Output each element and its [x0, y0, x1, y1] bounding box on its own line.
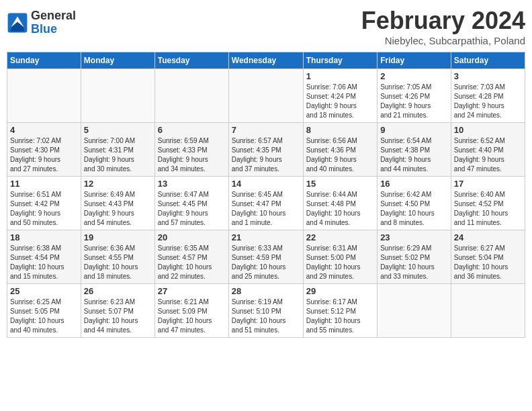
calendar-cell: 20Sunrise: 6:35 AMSunset: 4:57 PMDayligh…: [154, 230, 228, 284]
day-number: 5: [84, 125, 152, 135]
day-info: Sunrise: 6:19 AMSunset: 5:10 PMDaylight:…: [232, 298, 300, 335]
calendar-cell: 17Sunrise: 6:40 AMSunset: 4:52 PMDayligh…: [451, 177, 525, 230]
logo: General Blue: [7, 9, 76, 36]
day-number: 20: [158, 232, 226, 242]
logo-blue: Blue: [31, 23, 76, 36]
day-number: 13: [158, 179, 226, 189]
day-info: Sunrise: 7:00 AMSunset: 4:31 PMDaylight:…: [84, 136, 152, 174]
day-info: Sunrise: 6:25 AMSunset: 5:05 PMDaylight:…: [10, 298, 78, 335]
day-header-friday: Friday: [378, 52, 451, 69]
day-info: Sunrise: 6:31 AMSunset: 5:00 PMDaylight:…: [306, 244, 374, 281]
calendar-cell: 23Sunrise: 6:29 AMSunset: 5:02 PMDayligh…: [378, 230, 451, 284]
day-number: 9: [380, 125, 448, 135]
calendar-cell: 21Sunrise: 6:33 AMSunset: 4:59 PMDayligh…: [228, 230, 303, 284]
calendar-cell: 9Sunrise: 6:54 AMSunset: 4:38 PMDaylight…: [378, 123, 451, 177]
day-info: Sunrise: 6:52 AMSunset: 4:40 PMDaylight:…: [454, 136, 522, 174]
day-info: Sunrise: 6:45 AMSunset: 4:47 PMDaylight:…: [232, 190, 300, 228]
calendar-cell: 18Sunrise: 6:38 AMSunset: 4:54 PMDayligh…: [7, 230, 81, 284]
calendar-table: SundayMondayTuesdayWednesdayThursdayFrid…: [7, 52, 525, 338]
calendar-cell: 29Sunrise: 6:17 AMSunset: 5:12 PMDayligh…: [303, 284, 377, 338]
day-number: 21: [232, 232, 300, 242]
calendar-cell: 2Sunrise: 7:05 AMSunset: 4:26 PMDaylight…: [378, 69, 451, 123]
day-header-monday: Monday: [81, 52, 154, 69]
day-number: 2: [380, 71, 448, 81]
day-info: Sunrise: 6:54 AMSunset: 4:38 PMDaylight:…: [380, 136, 448, 174]
day-number: 25: [10, 286, 78, 296]
calendar-cell: 14Sunrise: 6:45 AMSunset: 4:47 PMDayligh…: [228, 177, 303, 230]
calendar-cell: 19Sunrise: 6:36 AMSunset: 4:55 PMDayligh…: [81, 230, 154, 284]
calendar-cell: 10Sunrise: 6:52 AMSunset: 4:40 PMDayligh…: [451, 123, 525, 177]
calendar-cell: 25Sunrise: 6:25 AMSunset: 5:05 PMDayligh…: [7, 284, 81, 338]
day-number: 1: [306, 71, 374, 81]
page-header: General Blue February 2024 Niebylec, Sub…: [7, 7, 525, 46]
day-info: Sunrise: 7:05 AMSunset: 4:26 PMDaylight:…: [380, 83, 448, 120]
day-info: Sunrise: 6:47 AMSunset: 4:45 PMDaylight:…: [158, 190, 226, 228]
calendar-cell: [154, 69, 228, 123]
day-info: Sunrise: 7:03 AMSunset: 4:28 PMDaylight:…: [454, 83, 522, 120]
calendar-cell: [7, 69, 81, 123]
logo-general: General: [31, 9, 76, 23]
day-info: Sunrise: 6:35 AMSunset: 4:57 PMDaylight:…: [158, 244, 226, 281]
day-number: 11: [10, 179, 78, 189]
calendar-cell: 6Sunrise: 6:59 AMSunset: 4:33 PMDaylight…: [154, 123, 228, 177]
day-number: 12: [84, 179, 152, 189]
day-header-wednesday: Wednesday: [228, 52, 303, 69]
day-number: 26: [84, 286, 152, 296]
calendar-cell: 4Sunrise: 7:02 AMSunset: 4:30 PMDaylight…: [7, 123, 81, 177]
day-info: Sunrise: 6:27 AMSunset: 5:04 PMDaylight:…: [454, 244, 522, 281]
week-row-2: 4Sunrise: 7:02 AMSunset: 4:30 PMDaylight…: [7, 123, 525, 177]
day-number: 8: [306, 125, 374, 135]
subtitle: Niebylec, Subcarpathia, Poland: [361, 35, 525, 46]
calendar-cell: [228, 69, 303, 123]
day-info: Sunrise: 6:21 AMSunset: 5:09 PMDaylight:…: [158, 298, 226, 335]
calendar-cell: 7Sunrise: 6:57 AMSunset: 4:35 PMDaylight…: [228, 123, 303, 177]
day-number: 3: [454, 71, 522, 81]
day-info: Sunrise: 6:17 AMSunset: 5:12 PMDaylight:…: [306, 298, 374, 335]
calendar-cell: 8Sunrise: 6:56 AMSunset: 4:36 PMDaylight…: [303, 123, 377, 177]
calendar-cell: 12Sunrise: 6:49 AMSunset: 4:43 PMDayligh…: [81, 177, 154, 230]
calendar-cell: [451, 284, 525, 338]
day-info: Sunrise: 6:49 AMSunset: 4:43 PMDaylight:…: [84, 190, 152, 228]
day-info: Sunrise: 6:23 AMSunset: 5:07 PMDaylight:…: [84, 298, 152, 335]
calendar-cell: 1Sunrise: 7:06 AMSunset: 4:24 PMDaylight…: [303, 69, 377, 123]
day-number: 16: [380, 179, 448, 189]
calendar-cell: 5Sunrise: 7:00 AMSunset: 4:31 PMDaylight…: [81, 123, 154, 177]
day-info: Sunrise: 6:51 AMSunset: 4:42 PMDaylight:…: [10, 190, 78, 228]
day-info: Sunrise: 7:02 AMSunset: 4:30 PMDaylight:…: [10, 136, 78, 174]
day-info: Sunrise: 7:06 AMSunset: 4:24 PMDaylight:…: [306, 83, 374, 120]
week-row-1: 1Sunrise: 7:06 AMSunset: 4:24 PMDaylight…: [7, 69, 525, 123]
month-title: February 2024: [361, 7, 525, 35]
calendar-cell: [81, 69, 154, 123]
days-header-row: SundayMondayTuesdayWednesdayThursdayFrid…: [7, 52, 525, 69]
calendar-cell: 15Sunrise: 6:44 AMSunset: 4:48 PMDayligh…: [303, 177, 377, 230]
calendar-cell: 3Sunrise: 7:03 AMSunset: 4:28 PMDaylight…: [451, 69, 525, 123]
calendar-cell: 13Sunrise: 6:47 AMSunset: 4:45 PMDayligh…: [154, 177, 228, 230]
day-number: 4: [10, 125, 78, 135]
day-number: 27: [158, 286, 226, 296]
week-row-5: 25Sunrise: 6:25 AMSunset: 5:05 PMDayligh…: [7, 284, 525, 338]
day-info: Sunrise: 6:40 AMSunset: 4:52 PMDaylight:…: [454, 190, 522, 228]
day-number: 29: [306, 286, 374, 296]
day-number: 24: [454, 232, 522, 242]
day-header-saturday: Saturday: [451, 52, 525, 69]
day-info: Sunrise: 6:36 AMSunset: 4:55 PMDaylight:…: [84, 244, 152, 281]
day-number: 6: [158, 125, 226, 135]
day-info: Sunrise: 6:33 AMSunset: 4:59 PMDaylight:…: [232, 244, 300, 281]
week-row-4: 18Sunrise: 6:38 AMSunset: 4:54 PMDayligh…: [7, 230, 525, 284]
day-number: 28: [232, 286, 300, 296]
day-info: Sunrise: 6:59 AMSunset: 4:33 PMDaylight:…: [158, 136, 226, 174]
day-number: 15: [306, 179, 374, 189]
day-info: Sunrise: 6:29 AMSunset: 5:02 PMDaylight:…: [380, 244, 448, 281]
day-info: Sunrise: 6:44 AMSunset: 4:48 PMDaylight:…: [306, 190, 374, 228]
calendar-cell: 26Sunrise: 6:23 AMSunset: 5:07 PMDayligh…: [81, 284, 154, 338]
title-block: February 2024 Niebylec, Subcarpathia, Po…: [361, 7, 525, 46]
day-header-tuesday: Tuesday: [154, 52, 228, 69]
calendar-cell: 22Sunrise: 6:31 AMSunset: 5:00 PMDayligh…: [303, 230, 377, 284]
logo-text: General Blue: [31, 9, 76, 36]
calendar-cell: 27Sunrise: 6:21 AMSunset: 5:09 PMDayligh…: [154, 284, 228, 338]
day-number: 22: [306, 232, 374, 242]
day-number: 14: [232, 179, 300, 189]
week-row-3: 11Sunrise: 6:51 AMSunset: 4:42 PMDayligh…: [7, 177, 525, 230]
calendar-cell: 24Sunrise: 6:27 AMSunset: 5:04 PMDayligh…: [451, 230, 525, 284]
calendar-cell: 16Sunrise: 6:42 AMSunset: 4:50 PMDayligh…: [378, 177, 451, 230]
